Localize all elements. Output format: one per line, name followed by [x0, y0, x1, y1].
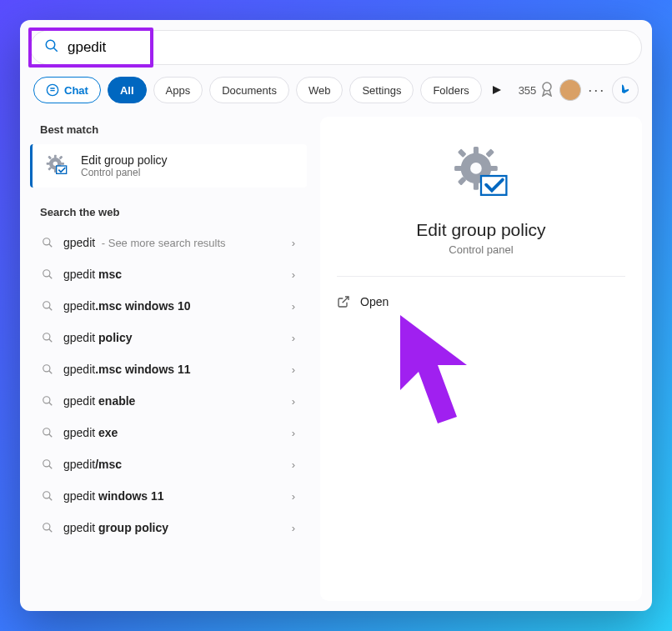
search-bar-wrap	[30, 30, 642, 65]
results-pane: Best match Edit group policy Control pan…	[30, 117, 307, 601]
web-result-item[interactable]: gpedit msc›	[30, 258, 307, 290]
web-chip[interactable]: Web	[296, 77, 344, 103]
documents-label: Documents	[222, 84, 277, 97]
search-icon	[42, 395, 53, 407]
chevron-right-icon: ›	[292, 522, 295, 534]
web-result-item[interactable]: gpedit group policy›	[30, 512, 307, 543]
svg-line-16	[49, 244, 53, 248]
svg-point-19	[43, 302, 50, 308]
web-results-list: gpedit - See more search results›gpedit …	[30, 227, 307, 543]
svg-rect-36	[474, 147, 479, 154]
divider	[337, 276, 625, 277]
search-icon	[42, 332, 53, 343]
best-match-subtitle: Control panel	[81, 167, 168, 178]
svg-point-31	[43, 492, 50, 498]
chevron-right-icon: ›	[292, 332, 295, 344]
documents-chip[interactable]: Documents	[209, 77, 289, 103]
web-result-item[interactable]: gpedit policy›	[30, 322, 307, 353]
web-result-text: gpedit exe	[63, 426, 118, 439]
web-result-text: gpedit msc	[63, 268, 122, 281]
web-result-text: gpedit - See more search results	[63, 236, 226, 249]
svg-point-21	[43, 333, 50, 340]
rewards-points[interactable]: 355	[519, 82, 554, 99]
chat-label: Chat	[64, 84, 88, 97]
svg-point-3	[543, 83, 551, 91]
web-result-text: gpedit policy	[63, 331, 133, 344]
search-icon	[42, 268, 53, 280]
search-bar[interactable]	[30, 30, 642, 65]
svg-line-30	[49, 466, 53, 469]
chevron-right-icon: ›	[292, 268, 295, 281]
chevron-right-icon: ›	[292, 237, 295, 249]
open-label: Open	[360, 295, 389, 308]
web-result-item[interactable]: gpedit.msc windows 11›	[30, 353, 307, 385]
web-result-text: gpedit/msc	[63, 458, 122, 471]
settings-label: Settings	[362, 84, 401, 97]
svg-line-46	[343, 297, 349, 303]
search-icon	[42, 490, 53, 502]
chevron-right-icon: ›	[292, 300, 295, 313]
svg-line-22	[49, 339, 53, 343]
svg-rect-8	[61, 163, 64, 165]
svg-line-28	[49, 434, 53, 438]
chevron-right-icon: ›	[292, 395, 295, 408]
content-area: Best match Edit group policy Control pan…	[30, 117, 642, 601]
web-result-item[interactable]: gpedit exe›	[30, 417, 307, 448]
detail-title: Edit group policy	[416, 220, 545, 240]
svg-point-0	[46, 40, 55, 49]
search-window: Chat All Apps Documents Web Settings Fol…	[20, 20, 652, 611]
open-action[interactable]: Open	[337, 292, 625, 312]
all-label: All	[120, 84, 134, 97]
svg-line-1	[53, 48, 58, 52]
settings-chip[interactable]: Settings	[349, 77, 414, 103]
external-link-icon	[337, 295, 350, 308]
web-result-item[interactable]: gpedit/msc›	[30, 448, 307, 480]
svg-point-27	[43, 428, 50, 435]
folders-label: Folders	[433, 84, 469, 97]
web-result-item[interactable]: gpedit - See more search results›	[30, 227, 307, 258]
web-result-text: gpedit.msc windows 10	[63, 299, 191, 313]
svg-rect-37	[474, 183, 479, 190]
search-icon	[42, 522, 53, 533]
svg-point-29	[43, 460, 50, 467]
svg-rect-38	[454, 166, 462, 171]
search-icon	[44, 38, 59, 58]
folders-chip[interactable]: Folders	[420, 77, 481, 103]
best-match-header: Best match	[30, 117, 307, 144]
svg-point-44	[470, 163, 482, 174]
more-menu-icon[interactable]: ···	[588, 82, 605, 99]
web-result-text: gpedit.msc windows 11	[63, 363, 191, 376]
svg-line-34	[49, 529, 53, 533]
chat-chip[interactable]: Chat	[33, 77, 101, 103]
svg-rect-5	[54, 155, 57, 158]
search-icon	[42, 237, 53, 248]
web-result-text: gpedit group policy	[63, 521, 168, 534]
filter-row: Chat All Apps Documents Web Settings Fol…	[30, 77, 642, 117]
svg-point-15	[43, 238, 50, 245]
search-input[interactable]	[68, 39, 628, 56]
points-value: 355	[519, 84, 537, 97]
svg-rect-9	[48, 156, 52, 160]
web-result-item[interactable]: gpedit.msc windows 10›	[30, 290, 307, 322]
svg-rect-40	[458, 148, 467, 158]
svg-rect-7	[47, 163, 50, 165]
web-result-item[interactable]: gpedit enable›	[30, 385, 307, 417]
svg-rect-43	[485, 148, 494, 158]
search-icon	[42, 300, 53, 312]
svg-line-26	[49, 403, 53, 406]
svg-line-32	[49, 498, 53, 501]
svg-line-18	[49, 276, 53, 279]
detail-pane: Edit group policy Control panel Open	[320, 117, 642, 601]
gear-icon	[44, 153, 71, 179]
best-match-item[interactable]: Edit group policy Control panel	[30, 144, 307, 188]
web-result-item[interactable]: gpedit windows 11›	[30, 480, 307, 512]
user-avatar[interactable]	[559, 79, 581, 101]
more-filters-icon[interactable]	[489, 82, 505, 98]
svg-rect-14	[57, 166, 67, 173]
medal-icon	[541, 82, 553, 99]
web-result-text: gpedit enable	[63, 394, 135, 408]
bing-logo-icon[interactable]	[612, 77, 639, 103]
apps-chip[interactable]: Apps	[153, 77, 203, 103]
all-chip[interactable]: All	[108, 77, 147, 103]
search-icon	[42, 427, 53, 438]
